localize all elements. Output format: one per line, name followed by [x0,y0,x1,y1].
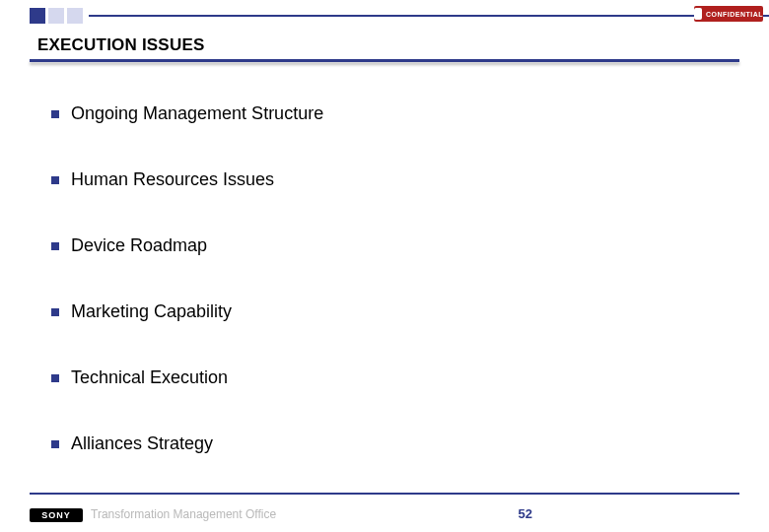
footer-text: Transformation Management Office [91,507,276,521]
bullet-square-icon [51,308,59,316]
bullet-item: Alliances Strategy [51,433,710,454]
bullet-text: Alliances Strategy [71,433,213,454]
bullet-item: Ongoing Management Structure [51,103,710,124]
bullet-item: Device Roadmap [51,235,710,256]
confidential-label: CONFIDENTIAL [706,11,763,18]
confidential-badge: CONFIDENTIAL [694,6,763,22]
bullet-item: Technical Execution [51,367,710,388]
accent-squares [30,8,83,24]
bullet-square-icon [51,110,59,118]
confidential-icon [694,8,702,20]
bullet-text: Ongoing Management Structure [71,103,323,124]
accent-square-dark [30,8,45,24]
bullet-square-icon [51,440,59,448]
bullet-square-icon [51,374,59,382]
bullet-text: Marketing Capability [71,301,232,322]
footer-line [30,493,739,495]
sony-logo-text: SONY [41,510,71,520]
bullet-item: Marketing Capability [51,301,710,322]
accent-square-light [48,8,64,24]
title-underline [30,59,739,62]
accent-square-light [67,8,83,24]
bullet-list: Ongoing Management Structure Human Resou… [51,103,710,499]
page-number: 52 [519,506,532,521]
bullet-text: Device Roadmap [71,235,207,256]
slide: CONFIDENTIAL EXECUTION ISSUES Ongoing Ma… [0,0,769,532]
bullet-square-icon [51,176,59,184]
top-accent-bar [30,8,769,24]
sony-logo: SONY [30,508,83,522]
bullet-text: Human Resources Issues [71,169,274,190]
bullet-text: Technical Execution [71,367,228,388]
accent-line [89,15,769,17]
bullet-square-icon [51,242,59,250]
footer: SONY Transformation Management Office 52 [0,497,769,532]
bullet-item: Human Resources Issues [51,169,710,190]
slide-title: EXECUTION ISSUES [37,35,204,55]
